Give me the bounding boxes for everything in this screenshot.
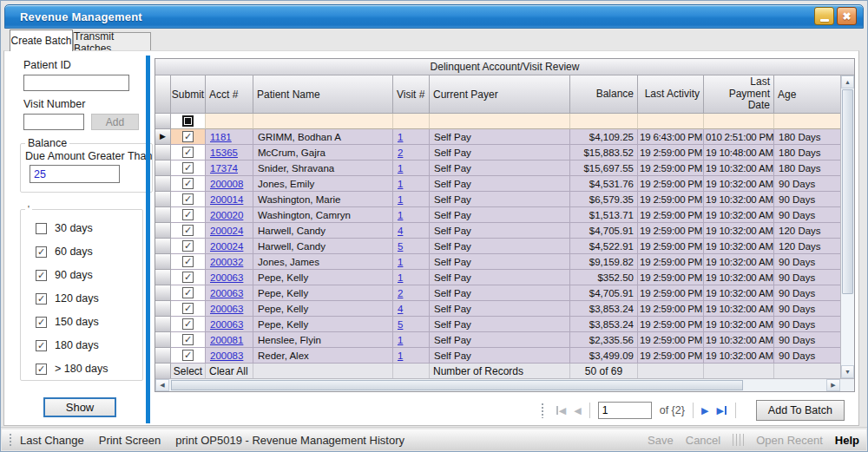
page-number-input[interactable] — [598, 402, 652, 419]
visit-link[interactable]: 1 — [398, 335, 403, 345]
acct-link[interactable]: 200081 — [210, 335, 243, 345]
visit-link[interactable]: 1 — [398, 257, 403, 267]
age-checkbox[interactable] — [36, 223, 47, 234]
submit-checkbox[interactable]: ✓ — [182, 162, 194, 174]
col-header-last-activity[interactable]: Last Activity — [638, 75, 704, 114]
table-row[interactable]: ✓ 200032 Jones, James 1 Self Pay $9,159.… — [155, 254, 840, 270]
table-row[interactable]: ✓ 200063 Pepe, Kelly 1 Self Pay $352.50 … — [155, 270, 840, 285]
row-selector[interactable] — [155, 207, 171, 223]
submit-checkbox[interactable]: ✓ — [182, 193, 194, 205]
scroll-left-icon[interactable]: ◀ — [155, 379, 169, 391]
visit-link[interactable]: 2 — [398, 288, 403, 298]
table-row[interactable]: ✓ 200014 Washington, Marie 1 Self Pay $6… — [155, 192, 840, 207]
acct-link[interactable]: 200032 — [210, 257, 243, 267]
age-checkbox[interactable]: ✓ — [36, 317, 47, 328]
age-checkbox[interactable]: ✓ — [36, 270, 47, 281]
visit-link[interactable]: 4 — [398, 226, 403, 236]
row-selector[interactable]: ▶ — [155, 129, 171, 145]
row-selector[interactable] — [155, 192, 171, 207]
acct-link[interactable]: 200008 — [210, 179, 243, 189]
visit-link[interactable]: 1 — [398, 132, 403, 142]
table-row[interactable]: ✓ 15365 McCrum, Gajra 2 Self Pay $15,883… — [155, 145, 840, 160]
table-row[interactable]: ✓ 200063 Pepe, Kelly 2 Self Pay $4,705.9… — [155, 285, 840, 301]
table-row[interactable]: ✓ 200008 Jones, Emily 1 Self Pay $4,531.… — [155, 176, 840, 192]
row-selector[interactable] — [155, 285, 171, 301]
next-page-button[interactable]: ▶ — [701, 405, 708, 416]
submit-checkbox[interactable]: ✓ — [182, 131, 194, 142]
clear-all-link[interactable]: Clear All — [206, 364, 253, 378]
submit-checkbox[interactable]: ✓ — [182, 147, 194, 158]
visit-number-input[interactable] — [23, 114, 84, 130]
acct-link[interactable]: 200024 — [210, 241, 243, 252]
filter-cell[interactable] — [704, 114, 774, 129]
add-to-batch-button[interactable]: Add To Batch — [756, 400, 845, 421]
table-row[interactable]: ✓ 200063 Pepe, Kelly 4 Self Pay $3,853.2… — [155, 301, 840, 317]
age-filter-option[interactable]: ✓ > 180 days — [36, 363, 142, 375]
horizontal-scroll-thumb[interactable] — [171, 380, 743, 390]
age-checkbox[interactable]: ✓ — [36, 293, 47, 305]
col-header-age[interactable]: Age — [774, 75, 840, 114]
acct-link[interactable]: 200014 — [210, 194, 243, 205]
scroll-down-icon[interactable]: ▼ — [841, 365, 854, 378]
visit-link[interactable]: 5 — [398, 241, 403, 252]
save-button[interactable]: Save — [648, 434, 674, 447]
select-all-checkbox[interactable] — [182, 115, 194, 127]
col-header-last-payment-date[interactable]: Last Payment Date — [704, 75, 774, 114]
acct-link[interactable]: 15365 — [210, 147, 238, 158]
table-row[interactable]: ✓ 200024 Harwell, Candy 5 Self Pay $4,52… — [155, 239, 840, 254]
vertical-scroll-track[interactable] — [841, 88, 854, 365]
close-button[interactable]: ✖ — [837, 7, 857, 25]
visit-link[interactable]: 1 — [398, 350, 403, 361]
visit-link[interactable]: 1 — [398, 194, 403, 205]
row-selector[interactable] — [155, 270, 171, 285]
minimize-button[interactable] — [814, 7, 834, 25]
add-button[interactable]: Add — [91, 114, 139, 130]
acct-link[interactable]: 17374 — [210, 163, 238, 174]
select-label[interactable]: Select — [171, 364, 206, 378]
open-recent-button[interactable]: Open Recent — [756, 434, 823, 447]
row-selector[interactable] — [155, 239, 171, 254]
submit-checkbox[interactable]: ✓ — [182, 225, 194, 236]
help-button[interactable]: Help — [835, 434, 859, 447]
show-button[interactable]: Show — [43, 397, 116, 417]
visit-link[interactable]: 4 — [398, 304, 403, 314]
last-change-button[interactable]: Last Change — [20, 434, 84, 447]
submit-checkbox[interactable]: ✓ — [182, 256, 194, 267]
row-selector[interactable] — [155, 223, 171, 239]
submit-checkbox[interactable]: ✓ — [182, 350, 194, 361]
acct-link[interactable]: 200083 — [210, 350, 243, 361]
row-selector[interactable] — [155, 145, 171, 160]
filter-cell[interactable] — [393, 114, 430, 129]
table-row[interactable]: ✓ 200024 Harwell, Candy 4 Self Pay $4,70… — [155, 223, 840, 239]
col-header-current-payer[interactable]: Current Payer — [430, 75, 570, 114]
age-filter-option[interactable]: 30 days — [36, 222, 142, 234]
table-row[interactable]: ✓ 17374 Snider, Shravana 1 Self Pay $15,… — [155, 160, 840, 176]
submit-checkbox[interactable]: ✓ — [182, 334, 194, 345]
filter-cell[interactable] — [253, 114, 393, 129]
submit-checkbox[interactable]: ✓ — [182, 178, 194, 189]
due-amount-input[interactable] — [30, 165, 120, 183]
col-header-visit[interactable]: Visit # — [393, 75, 430, 114]
submit-checkbox[interactable]: ✓ — [182, 303, 194, 314]
submit-checkbox[interactable]: ✓ — [182, 318, 194, 330]
tab-transmit-batches[interactable]: Transmit Batches — [73, 32, 151, 51]
print-history-button[interactable]: print OP5019 - Revenue Management Histor… — [175, 434, 404, 447]
age-filter-option[interactable]: ✓ 60 days — [36, 246, 142, 258]
filter-cell[interactable] — [570, 114, 638, 129]
filter-cell[interactable] — [774, 114, 840, 129]
table-row[interactable]: ✓ 200083 Reder, Alex 1 Self Pay $3,499.0… — [155, 348, 840, 364]
submit-checkbox[interactable]: ✓ — [182, 287, 194, 298]
row-selector[interactable] — [155, 317, 171, 332]
acct-link[interactable]: 200063 — [210, 304, 243, 314]
scroll-up-icon[interactable]: ▲ — [841, 75, 854, 88]
age-checkbox[interactable]: ✓ — [36, 364, 47, 375]
age-filter-option[interactable]: ✓ 120 days — [36, 292, 142, 305]
vertical-scroll-thumb[interactable] — [842, 89, 853, 294]
previous-page-button[interactable]: ◀ — [574, 405, 581, 416]
patient-id-input[interactable] — [23, 75, 129, 91]
row-selector[interactable] — [155, 332, 171, 348]
col-header-patient-name[interactable]: Patient Name — [253, 75, 393, 114]
acct-link[interactable]: 200063 — [210, 272, 243, 283]
acct-link[interactable]: 200024 — [210, 226, 243, 236]
row-selector[interactable] — [155, 348, 171, 364]
